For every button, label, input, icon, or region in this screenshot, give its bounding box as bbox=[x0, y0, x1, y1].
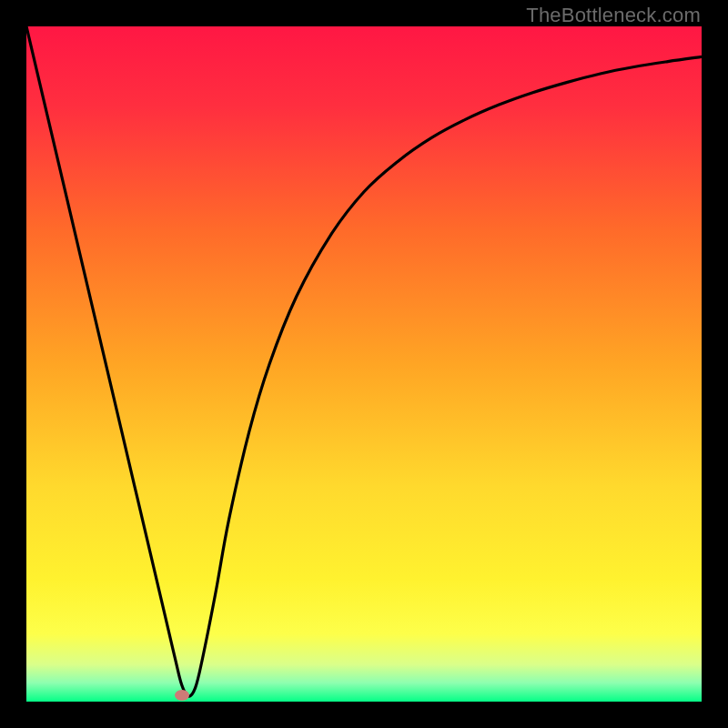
bottleneck-curve bbox=[26, 26, 702, 696]
watermark-text: TheBottleneck.com bbox=[526, 4, 701, 27]
plot-area bbox=[26, 26, 702, 702]
chart-frame: TheBottleneck.com bbox=[0, 0, 728, 728]
curve-layer bbox=[26, 26, 702, 702]
optimal-marker bbox=[175, 690, 189, 701]
